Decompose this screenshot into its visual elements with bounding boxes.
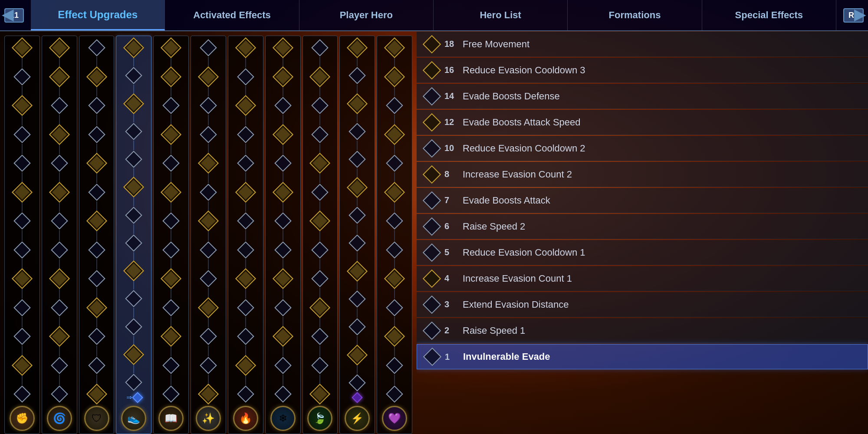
tab-hero-list[interactable]: Hero List: [434, 0, 568, 30]
col-connector-line: [22, 57, 23, 68]
skill-node: [387, 98, 402, 113]
col-connector-line: [283, 288, 283, 299]
skill-col-10[interactable]: 💜: [377, 36, 412, 434]
skill-node: [52, 213, 67, 229]
skill-col-2[interactable]: 🛡: [79, 36, 115, 434]
skill-node: [126, 319, 141, 335]
skill-col-1[interactable]: 🌀: [42, 36, 77, 434]
skill-name-label: Increase Evasion Count 2: [463, 169, 572, 180]
col-connector-line: [245, 317, 246, 328]
skill-node: [126, 235, 141, 251]
skill-node: [14, 358, 30, 373]
skill-col-3[interactable]: ⇒👟: [116, 36, 151, 434]
skill-diamond-icon: [423, 113, 441, 131]
skill-icon-shield[interactable]: 🛡: [84, 406, 109, 431]
left-nav-arrow: ◀: [2, 5, 14, 23]
skill-node: [387, 40, 402, 56]
skill-node: [89, 69, 105, 85]
skill-list-item[interactable]: 6Raise Speed 2: [417, 214, 868, 239]
skill-node: [126, 375, 141, 390]
skill-diamond-icon: [423, 87, 441, 105]
skill-node: [163, 300, 179, 316]
skill-node: [52, 40, 67, 56]
skill-icon-fire[interactable]: 🔥: [233, 406, 258, 431]
skill-col-9[interactable]: ⚡: [339, 36, 375, 434]
skill-node: [349, 235, 365, 251]
skill-name-label: Reduce Evasion Cooldown 3: [463, 65, 585, 76]
skill-col-8[interactable]: 🍃: [302, 36, 338, 434]
tab-player-hero[interactable]: Player Hero: [299, 0, 434, 30]
skill-node: [201, 386, 216, 402]
col-connector-line: [59, 375, 60, 385]
skill-node: [201, 69, 216, 85]
skill-level-number: 3: [444, 299, 459, 309]
skill-col-5[interactable]: ✨: [191, 36, 226, 434]
skill-node: [89, 40, 105, 56]
skill-node: [126, 207, 141, 223]
skill-node: [201, 155, 216, 171]
skill-list-item[interactable]: 5Reduce Evasion Cooldown 1: [417, 240, 868, 265]
skill-node: [275, 213, 291, 229]
skill-col-6[interactable]: 🔥: [228, 36, 263, 434]
skill-name-label: Free Movement: [463, 39, 529, 50]
skill-list-item[interactable]: 1Invulnerable Evade: [417, 344, 868, 369]
skill-node: [163, 98, 179, 113]
skill-name-label: Evade Boosts Attack: [463, 195, 550, 206]
skill-node: [14, 386, 30, 402]
skill-name-label: Raise Speed 1: [463, 325, 525, 336]
skill-icon-wind[interactable]: 🍃: [307, 406, 332, 431]
skill-list-item[interactable]: 14Evade Boosts Defense: [417, 84, 868, 109]
skill-node: [201, 127, 216, 142]
skill-columns: ✊🌀🛡⇒👟📖✨🔥❄🍃⚡💜: [0, 31, 417, 434]
skill-col-0[interactable]: ✊: [4, 36, 40, 434]
skill-node: [349, 319, 365, 335]
skill-diamond-icon: [423, 321, 441, 339]
skill-list-item[interactable]: 18Free Movement: [417, 32, 868, 57]
skill-list-item[interactable]: 10Reduce Evasion Cooldown 2: [417, 136, 868, 161]
skill-node: [163, 127, 179, 142]
skill-node: [312, 358, 328, 373]
skill-node: [52, 386, 67, 402]
skill-node: [126, 179, 141, 195]
skill-list-item[interactable]: 2Raise Speed 1: [417, 318, 868, 343]
skill-icon-boot[interactable]: 👟: [121, 406, 146, 431]
skill-node: [387, 127, 402, 142]
skill-icon-special[interactable]: 💜: [382, 406, 407, 431]
skill-node: [312, 213, 328, 229]
skill-list-item[interactable]: 12Evade Boosts Attack Speed: [417, 110, 868, 135]
skill-list-panel: 18Free Movement16Reduce Evasion Cooldown…: [417, 31, 868, 434]
tab-formations[interactable]: Formations: [568, 0, 702, 30]
skill-icon-scroll[interactable]: 🌀: [47, 406, 72, 431]
col-connector-line: [283, 375, 283, 385]
col-connector-line: [208, 115, 209, 125]
skill-name-label: Evade Boosts Defense: [463, 91, 560, 102]
col-connector-line: [96, 259, 97, 270]
skill-list-item[interactable]: 4Increase Evasion Count 1: [417, 266, 868, 291]
skill-icon-fist[interactable]: ✊: [10, 406, 35, 431]
tab-special-effects[interactable]: Special Effects: [702, 0, 836, 30]
skill-col-7[interactable]: ❄: [265, 36, 301, 434]
tab-activated-effects[interactable]: Activated Effects: [165, 0, 299, 30]
skill-node: [201, 40, 216, 56]
skill-icon-book[interactable]: 📖: [158, 406, 184, 431]
skill-icon-ice[interactable]: ❄: [270, 406, 296, 431]
col-connector-line: [22, 230, 23, 241]
skill-name-label: Raise Speed 2: [463, 221, 525, 232]
skill-node: [52, 155, 67, 171]
skill-node: [52, 329, 67, 344]
col-connector-line: [245, 288, 246, 299]
skill-level-number: 14: [444, 91, 459, 101]
tab-effect-upgrades[interactable]: Effect Upgrades: [31, 0, 165, 30]
skill-list-item[interactable]: 3Extend Evasion Distance: [417, 292, 868, 317]
skill-node: [201, 358, 216, 373]
col-connector-line: [59, 345, 60, 356]
skill-icon-star[interactable]: ✨: [196, 406, 221, 431]
skill-level-number: 10: [444, 143, 459, 153]
skill-node: [52, 300, 67, 316]
skill-list-item[interactable]: 16Reduce Evasion Cooldown 3: [417, 58, 868, 83]
skill-list-item[interactable]: 7Evade Boosts Attack: [417, 188, 868, 213]
skill-list-item[interactable]: 8Increase Evasion Count 2: [417, 162, 868, 187]
skill-node: [312, 271, 328, 286]
skill-icon-lightning[interactable]: ⚡: [345, 406, 370, 431]
skill-col-4[interactable]: 📖: [153, 36, 189, 434]
